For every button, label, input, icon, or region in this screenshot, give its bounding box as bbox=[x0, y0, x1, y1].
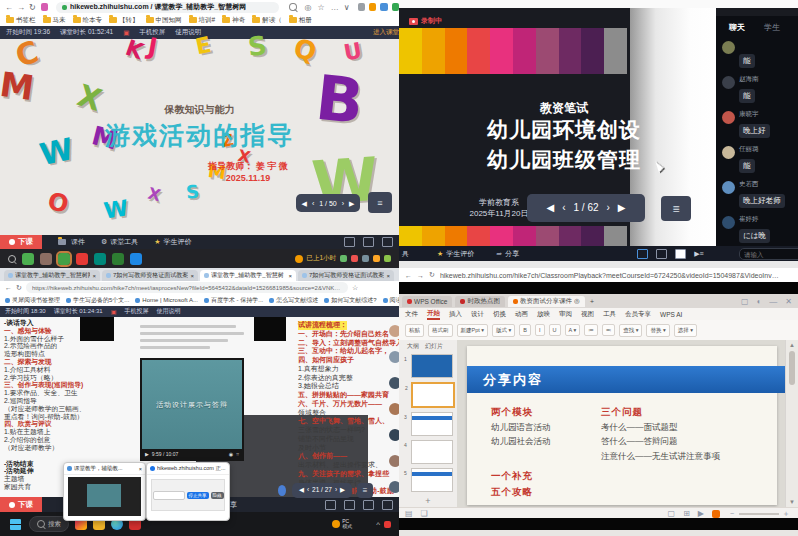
panel-tabs[interactable]: 大纲 幻灯片 bbox=[399, 340, 457, 354]
slide-thumbnail[interactable]: 2 bbox=[411, 382, 455, 408]
windows-start-icon[interactable] bbox=[10, 519, 21, 530]
courseware-button[interactable]: 课件 bbox=[58, 237, 85, 247]
hide-share-button[interactable]: 隐藏 bbox=[211, 492, 224, 499]
student-avatar[interactable] bbox=[389, 377, 399, 389]
grid-view-icon[interactable]: ⊞ bbox=[683, 509, 690, 518]
ribbon-button[interactable]: B bbox=[519, 324, 531, 336]
browser-tab[interactable]: 课堂教学_辅助教学_智慧树网 × bbox=[4, 270, 100, 281]
menu-item[interactable]: 切换 bbox=[493, 310, 506, 319]
screenshare-preview-popup[interactable]: hikeweb.zhihuishu.com 正... 停止共享 隐藏 bbox=[146, 462, 230, 521]
bookmark-item[interactable]: 解读（ bbox=[252, 16, 282, 25]
tray-icon[interactable] bbox=[384, 255, 391, 262]
bookmark-star-icon[interactable]: ☆ bbox=[318, 3, 325, 12]
menu-item[interactable]: 会员专享 bbox=[625, 310, 651, 319]
fullscreen-icon[interactable]: ⌗ bbox=[236, 451, 239, 458]
browser-tab[interactable]: 课堂教学_辅助教学_智慧树 × bbox=[200, 270, 296, 281]
clip-extension-icon[interactable] bbox=[358, 3, 365, 11]
slide-thumbnail[interactable]: 4 bbox=[411, 440, 453, 464]
first-page-button[interactable]: ◀ bbox=[299, 487, 304, 494]
student-evaluate-button[interactable]: 学生评价 bbox=[446, 249, 474, 259]
close-icon[interactable]: × bbox=[139, 466, 142, 472]
taskbar-app-icon-active[interactable] bbox=[58, 253, 70, 265]
ribbon-button[interactable]: 选择 ▾ bbox=[674, 324, 697, 337]
student-avatar[interactable] bbox=[389, 481, 399, 493]
next-page-button[interactable]: › bbox=[335, 487, 337, 494]
add-slide-button[interactable]: + bbox=[399, 496, 457, 506]
scroll-thumb[interactable] bbox=[789, 351, 795, 385]
bookmark-item[interactable]: Home | Microsoft A... bbox=[135, 297, 198, 303]
forward-icon[interactable]: → bbox=[17, 3, 25, 12]
class-tools-button[interactable]: ⚙课堂工具 bbox=[101, 237, 138, 247]
prev-page-button[interactable]: ‹ bbox=[312, 200, 314, 207]
student-avatar[interactable] bbox=[389, 403, 399, 415]
menu-item[interactable]: 视图 bbox=[581, 310, 594, 319]
zoom-slider[interactable] bbox=[739, 513, 779, 515]
bookmark-item[interactable]: 灵犀阅读书签整理 bbox=[5, 296, 60, 305]
theme-icon[interactable]: ◐ bbox=[756, 297, 761, 306]
ribbon-button[interactable]: A ▾ bbox=[565, 324, 581, 336]
tools-label-partial[interactable]: 具 bbox=[402, 249, 409, 259]
wps-doc-tab-1[interactable]: 时政热点图 bbox=[455, 296, 505, 307]
pc-mode-badge[interactable]: PC模式 bbox=[332, 519, 352, 529]
taskbar-app-icon[interactable] bbox=[94, 253, 106, 265]
leave-class-button[interactable]: 下课 bbox=[0, 235, 42, 249]
bookmark-item[interactable]: 阅读学术文献 bbox=[383, 296, 399, 305]
taskbar-app-icon[interactable] bbox=[130, 253, 142, 265]
tray-icon[interactable] bbox=[362, 255, 369, 262]
menu-item[interactable]: 动画 bbox=[515, 310, 528, 319]
slide-thumbnail[interactable]: 5 bbox=[411, 468, 453, 492]
search-icon[interactable] bbox=[289, 3, 297, 11]
minimize-icon[interactable]: — bbox=[769, 297, 777, 306]
chevron-down-icon[interactable]: ∨ bbox=[344, 3, 350, 12]
address-bar[interactable]: https://hikeweb.zhihuishu.com/hike7ch/me… bbox=[26, 282, 348, 293]
ribbon-button[interactable]: 粘贴 bbox=[405, 324, 424, 337]
reload-icon[interactable]: ↻ bbox=[29, 3, 36, 12]
ribbon-button[interactable]: I bbox=[535, 324, 545, 336]
main-slide[interactable]: 分享内容 两个模块 幼儿园语言活动 幼儿园社会活动 三个问题 考什么——面试题型… bbox=[467, 346, 777, 505]
tray-icon[interactable] bbox=[373, 255, 380, 262]
browser-tab[interactable]: 7如何写教师资格证面试教案-Wo × bbox=[102, 270, 198, 281]
prev-page-button[interactable]: ‹ bbox=[307, 487, 309, 494]
reload-icon[interactable]: ↻ bbox=[16, 284, 22, 292]
tab-sync-icon[interactable]: ◎ bbox=[574, 297, 580, 305]
close-icon[interactable]: ✕ bbox=[785, 297, 792, 306]
leave-class-button[interactable]: 下课 bbox=[0, 497, 42, 512]
tray-icon[interactable] bbox=[351, 255, 358, 262]
ribbon-button[interactable]: ≕ bbox=[602, 324, 616, 336]
scroll-down-icon[interactable]: ▼ bbox=[786, 499, 798, 505]
ribbon-button[interactable]: 新建Ppt ▾ bbox=[457, 324, 489, 337]
menu-item[interactable]: 放映 bbox=[537, 310, 550, 319]
scroll-up-icon[interactable]: ▲ bbox=[786, 342, 798, 348]
student-avatar[interactable] bbox=[389, 429, 399, 441]
menu-item[interactable]: 开始 bbox=[427, 309, 440, 320]
chat-input[interactable] bbox=[739, 248, 798, 260]
cloud-extension-icon[interactable] bbox=[380, 3, 387, 11]
tab-preview-popup[interactable]: 课堂教学，辅助教... × bbox=[63, 462, 146, 521]
slide-thumbnail[interactable]: 3 bbox=[411, 412, 453, 436]
last-page-button[interactable]: ▶ bbox=[618, 203, 626, 213]
fullscreen-icon[interactable] bbox=[675, 249, 686, 259]
expand-icon[interactable] bbox=[382, 237, 393, 247]
last-page-button[interactable]: ▶ bbox=[349, 200, 354, 207]
bookmark-item[interactable]: 绘本专 bbox=[73, 16, 103, 25]
close-tab-icon[interactable]: × bbox=[190, 273, 194, 279]
ribbon-button[interactable]: 版式 ▾ bbox=[492, 324, 515, 337]
phone-cast-label[interactable]: 手机投屏 bbox=[124, 307, 148, 316]
share-button[interactable]: 分享 bbox=[505, 249, 519, 259]
url-text[interactable]: hikeweb.zhihuishu.com/hike7ch/ClassroomP… bbox=[440, 272, 780, 279]
cast-screen-icon[interactable] bbox=[637, 249, 648, 259]
bookmark-item[interactable]: 如何写文献综述? bbox=[324, 296, 376, 305]
bookmark-item[interactable]: 相册 bbox=[289, 16, 312, 25]
enter-class-button[interactable]: 进入课堂 bbox=[373, 28, 399, 37]
menu-item[interactable]: 审阅 bbox=[559, 310, 572, 319]
tab-chat[interactable]: 聊天 bbox=[729, 22, 745, 33]
close-tab-icon[interactable]: × bbox=[386, 273, 390, 279]
volume-icon[interactable]: ◉ bbox=[229, 451, 233, 457]
bookmark-item[interactable]: 怎么写文献综述 bbox=[269, 296, 318, 305]
menu-item[interactable]: WPS AI bbox=[660, 311, 682, 318]
address-bar[interactable]: hikeweb.zhihuishu.com / 课堂教学_辅助教学_智慧树网 bbox=[56, 2, 279, 13]
last-page-button[interactable]: ▶ bbox=[340, 487, 345, 494]
ribbon-button[interactable]: ≔ bbox=[584, 324, 598, 336]
menu-item[interactable]: 文件 bbox=[405, 310, 418, 319]
ribbon-button[interactable]: 查找 ▾ bbox=[619, 324, 642, 337]
